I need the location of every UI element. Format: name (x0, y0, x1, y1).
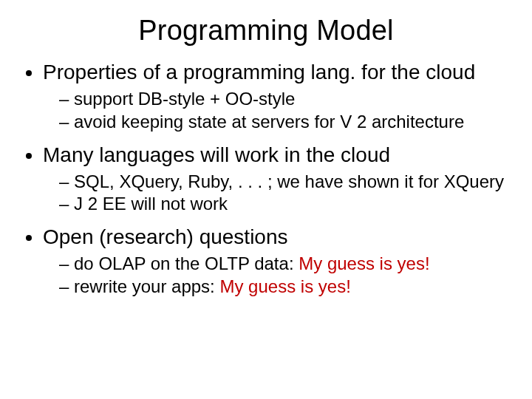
bullet-3-sub-2-plain: rewrite your apps: (74, 276, 219, 296)
bullet-1-sub-2: avoid keeping state at servers for V 2 a… (59, 111, 514, 134)
bullet-3-sub-1-highlight: My guess is yes! (299, 253, 429, 273)
bullet-2-text: Many languages will work in the cloud (43, 143, 390, 166)
bullet-3-sub-2-highlight: My guess is yes! (219, 276, 350, 296)
bullet-2-sublist: SQL, XQuery, Ruby, . . . ; we have shown… (43, 171, 514, 216)
bullet-3-sub-1-plain: do OLAP on the OLTP data: (74, 253, 299, 273)
slide-title: Programming Model (18, 15, 514, 47)
bullet-3: Open (research) questions do OLAP on the… (43, 225, 514, 299)
slide: Programming Model Properties of a progra… (0, 0, 532, 399)
bullet-3-sublist: do OLAP on the OLTP data: My guess is ye… (43, 253, 514, 298)
bullet-1-text: Properties of a programming lang. for th… (43, 61, 475, 83)
bullet-1-sublist: support DB-style + OO-style avoid keepin… (43, 88, 514, 133)
bullet-2-sub-1: SQL, XQuery, Ruby, . . . ; we have shown… (59, 171, 514, 194)
bullet-3-sub-1: do OLAP on the OLTP data: My guess is ye… (59, 253, 514, 276)
bullet-3-sub-2: rewrite your apps: My guess is yes! (59, 276, 514, 299)
bullet-1-sub-1: support DB-style + OO-style (59, 88, 514, 111)
bullet-1: Properties of a programming lang. for th… (43, 60, 514, 134)
bullet-2-sub-2: J 2 EE will not work (59, 193, 514, 216)
bullet-2: Many languages will work in the cloud SQ… (43, 143, 514, 216)
bullet-list: Properties of a programming lang. for th… (18, 60, 514, 299)
bullet-3-text: Open (research) questions (43, 225, 288, 248)
